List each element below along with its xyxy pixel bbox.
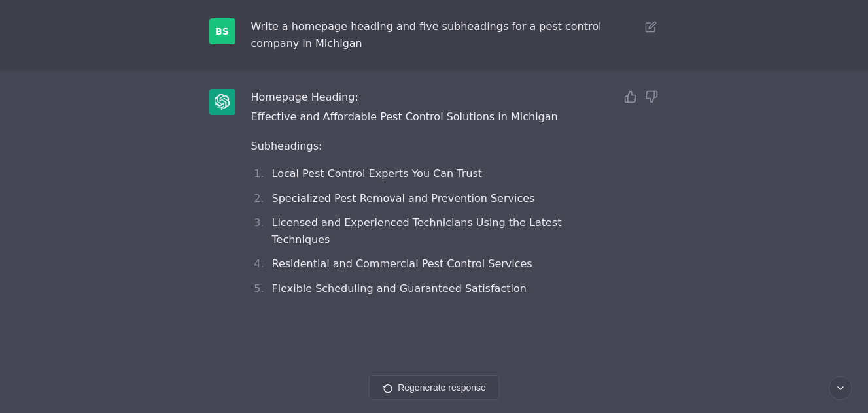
- list-text-2: Specialized Pest Removal and Prevention …: [272, 190, 535, 207]
- list-item: 4. Residential and Commercial Pest Contr…: [251, 256, 607, 273]
- list-number-2: 2.: [251, 190, 264, 207]
- ai-message-block: Homepage Heading: Effective and Affordab…: [0, 71, 868, 413]
- regenerate-container: Regenerate response: [368, 375, 500, 400]
- chevron-down-icon: [835, 383, 846, 393]
- ai-actions: [623, 89, 659, 105]
- list-number-5: 5.: [251, 280, 264, 297]
- list-text-4: Residential and Commercial Pest Control …: [272, 256, 532, 273]
- list-number-4: 4.: [251, 256, 264, 273]
- thumbs-up-button[interactable]: [623, 89, 638, 105]
- regenerate-icon: [382, 382, 392, 393]
- ai-message-content: Homepage Heading: Effective and Affordab…: [251, 89, 607, 305]
- subheadings-list: 1. Local Pest Control Experts You Can Tr…: [251, 165, 607, 297]
- list-item: 2. Specialized Pest Removal and Preventi…: [251, 190, 607, 207]
- list-text-3: Licensed and Experienced Technicians Usi…: [272, 214, 607, 248]
- main-heading: Effective and Affordable Pest Control So…: [251, 108, 607, 125]
- list-number-3: 3.: [251, 214, 264, 248]
- regenerate-label: Regenerate response: [398, 382, 486, 393]
- heading-label: Homepage Heading:: [251, 89, 607, 106]
- chat-container: BS Write a homepage heading and five sub…: [0, 0, 868, 413]
- thumbs-down-button[interactable]: [644, 89, 659, 105]
- list-item: 5. Flexible Scheduling and Guaranteed Sa…: [251, 280, 607, 297]
- subheadings-label: Subheadings:: [251, 138, 607, 155]
- list-item: 1. Local Pest Control Experts You Can Tr…: [251, 165, 607, 182]
- user-avatar: BS: [209, 18, 235, 44]
- edit-icon[interactable]: [642, 18, 659, 38]
- list-number-1: 1.: [251, 165, 264, 182]
- list-text-1: Local Pest Control Experts You Can Trust: [272, 165, 483, 182]
- list-text-5: Flexible Scheduling and Guaranteed Satis…: [272, 280, 527, 297]
- user-message-block: BS Write a homepage heading and five sub…: [0, 0, 868, 70]
- scroll-down-button[interactable]: [829, 376, 852, 400]
- gpt-avatar: [209, 89, 235, 115]
- regenerate-button[interactable]: Regenerate response: [368, 375, 500, 400]
- list-item: 3. Licensed and Experienced Technicians …: [251, 214, 607, 248]
- user-message-text: Write a homepage heading and five subhea…: [251, 18, 627, 52]
